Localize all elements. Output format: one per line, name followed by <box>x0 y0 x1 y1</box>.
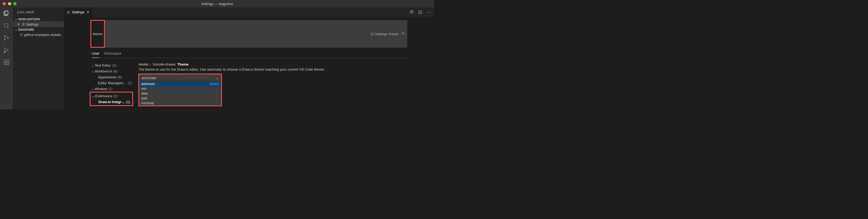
toc-label: Window <box>95 87 107 91</box>
open-editor-label: Settings <box>26 22 39 26</box>
svg-line-2 <box>7 27 9 28</box>
toc-count: (8) <box>113 69 118 73</box>
svg-rect-9 <box>4 63 6 65</box>
settings-found-label: 12 Settings Found <box>370 32 398 36</box>
close-window-button[interactable] <box>3 2 6 5</box>
highlighted-dropdown: automatic ⌄ automatic default min <box>138 74 222 106</box>
default-badge: default <box>209 82 219 86</box>
toc-label: Draw.io Integr… <box>98 100 125 104</box>
settings-toc: ⌄ Text Editor (2) ⌄ Workbench (8) Appear… <box>90 62 133 106</box>
setting-description: The theme to use for the Draw.io editor.… <box>138 67 407 72</box>
toc-count: (1) <box>128 81 132 85</box>
option-label: dark <box>141 97 147 100</box>
settings-scope-tabs: User Workspace <box>90 51 407 58</box>
dropdown-option-atlas[interactable]: atlas <box>139 91 221 96</box>
window-title: Settings — diagrams <box>201 2 233 6</box>
tab-actions <box>409 7 434 17</box>
dropdown-option-dark[interactable]: dark <box>139 96 221 101</box>
close-editor-icon[interactable]: ✕ <box>16 22 21 26</box>
toc-window[interactable]: ⌄ Window (1) <box>90 86 133 92</box>
search-query-text: theme <box>93 32 102 36</box>
tab-close-icon[interactable]: ✕ <box>86 10 90 14</box>
svg-point-17 <box>23 25 23 25</box>
toc-count: (6) <box>118 75 122 79</box>
traffic-lights <box>0 2 17 5</box>
chevron-down-icon: ⌄ <box>91 94 95 98</box>
toc-extensions[interactable]: ⌄ Extensions (1) <box>91 93 132 99</box>
toc-label: Editor Managem… <box>98 81 127 85</box>
minimize-window-button[interactable] <box>8 2 11 5</box>
open-editors-label: OPEN EDITORS <box>18 18 40 21</box>
svg-point-15 <box>23 23 23 23</box>
toc-count: (2) <box>112 63 116 67</box>
file-gitflow-examples[interactable]: gitflow-examples.drawio <box>13 32 64 37</box>
explorer-sidebar: EXPLORER ⌄ OPEN EDITORS ✕ Settings ⌄ DIA… <box>13 7 64 109</box>
svg-point-24 <box>68 11 68 11</box>
open-settings-json-icon[interactable] <box>409 10 414 15</box>
clear-filter-icon[interactable] <box>401 32 405 36</box>
settings-content: theme 12 Settings Found User Workspace <box>64 17 434 109</box>
dropdown-option-kennedy[interactable]: Kennedy <box>139 101 221 106</box>
svg-rect-10 <box>7 63 9 65</box>
toc-drawio-integration[interactable]: Draw.io Integr… (1) <box>91 99 132 105</box>
toc-label: Extensions <box>95 94 112 98</box>
svg-point-29 <box>427 12 428 12</box>
scope-workspace-tab[interactable]: Workspace <box>104 51 121 58</box>
open-editor-settings[interactable]: ✕ Settings <box>13 21 64 27</box>
svg-rect-8 <box>4 60 6 62</box>
svg-point-3 <box>4 36 6 37</box>
dropdown-option-min[interactable]: min <box>139 86 221 91</box>
settings-tab-icon <box>66 10 70 14</box>
settings-body: ⌄ Text Editor (2) ⌄ Workbench (8) Appear… <box>90 62 407 106</box>
editor-area: Settings ✕ <box>64 7 434 109</box>
svg-point-30 <box>428 12 429 12</box>
toc-label: Text Editor <box>95 63 111 67</box>
maximize-window-button[interactable] <box>13 2 17 5</box>
option-label: min <box>141 87 146 90</box>
highlighted-toc-section: ⌄ Extensions (1) Draw.io Integr… (1) <box>90 92 133 106</box>
run-debug-icon[interactable] <box>3 47 9 53</box>
sidebar-title: EXPLORER <box>13 7 64 17</box>
open-editors-section[interactable]: ⌄ OPEN EDITORS <box>13 17 64 21</box>
settings-tab-icon <box>21 22 26 26</box>
dropdown-options-list: automatic default min atlas <box>139 81 221 106</box>
chevron-down-icon: ⌄ <box>90 87 95 91</box>
project-section[interactable]: ⌄ DIAGRAMS <box>13 27 64 32</box>
main-area: EXPLORER ⌄ OPEN EDITORS ✕ Settings ⌄ DIA… <box>0 7 434 109</box>
extensions-icon[interactable] <box>3 59 9 65</box>
toc-count: (1) <box>113 94 118 98</box>
scope-user-tab[interactable]: User <box>92 51 99 58</box>
source-control-icon[interactable] <box>3 35 9 41</box>
toc-workbench[interactable]: ⌄ Workbench (8) <box>90 68 133 74</box>
toc-text-editor[interactable]: ⌄ Text Editor (2) <box>90 62 133 68</box>
settings-search-input[interactable]: theme <box>90 20 105 48</box>
chevron-down-icon: ⌄ <box>90 69 95 73</box>
more-actions-icon[interactable] <box>427 10 431 15</box>
chevron-down-icon: ⌄ <box>14 17 18 21</box>
tab-settings[interactable]: Settings ✕ <box>64 7 93 17</box>
activity-bar <box>0 7 13 109</box>
breadcrumb-part: Vscode-drawio: <box>152 62 177 66</box>
split-editor-icon[interactable] <box>418 10 422 15</box>
breadcrumb-setting-name: Theme <box>177 62 188 66</box>
svg-point-4 <box>4 39 6 40</box>
toc-appearance[interactable]: Appearance (6) <box>90 74 133 80</box>
chevron-down-icon: ⌄ <box>216 76 219 80</box>
explorer-icon[interactable] <box>3 10 9 17</box>
toc-editor-management[interactable]: Editor Managem… (1) <box>90 80 133 86</box>
setting-breadcrumb: Hediet › Vscode-drawio: Theme <box>138 62 407 66</box>
chevron-down-icon: ⌄ <box>14 28 18 31</box>
svg-point-31 <box>430 12 430 12</box>
svg-point-25 <box>69 12 69 12</box>
file-label: gitflow-examples.drawio <box>24 33 61 37</box>
setting-detail: Hediet › Vscode-drawio: Theme The theme … <box>138 62 407 106</box>
settings-search-row: theme 12 Settings Found <box>90 20 407 48</box>
option-label: automatic <box>141 82 155 86</box>
theme-dropdown[interactable]: automatic ⌄ <box>139 74 221 81</box>
toc-label: Appearance <box>98 75 117 79</box>
project-section-label: DIAGRAMS <box>18 28 34 31</box>
svg-point-1 <box>4 23 8 27</box>
dropdown-option-automatic[interactable]: automatic default <box>139 82 221 86</box>
window: Settings — diagrams EXPLORER ⌄ <box>0 0 434 109</box>
search-icon[interactable] <box>3 22 9 29</box>
